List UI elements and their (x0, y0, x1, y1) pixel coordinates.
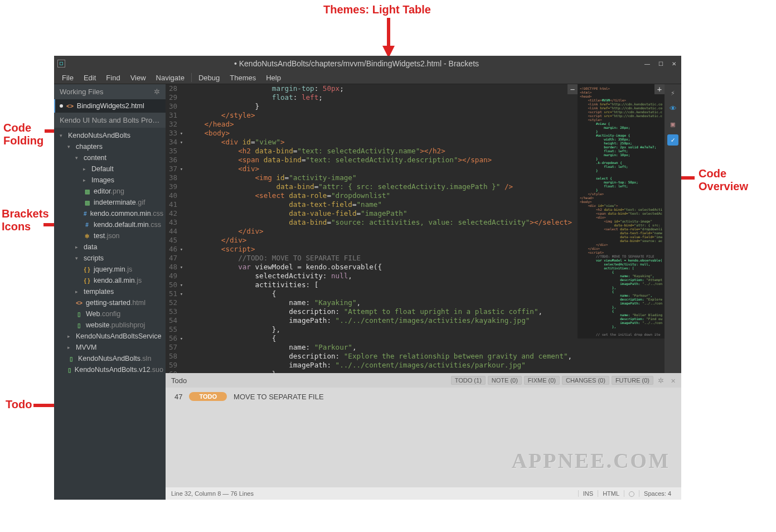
file-row[interactable]: ▨indeterminate.gif (56, 197, 166, 208)
file-row[interactable]: { }kendo.all.min.js (56, 275, 166, 286)
working-files-header[interactable]: Working Files (54, 84, 166, 99)
code-line[interactable]: data-bind="source: actitivities, value: … (187, 218, 578, 227)
menu-help[interactable]: Help (261, 72, 285, 83)
titlebar[interactable]: • KendoNutsAndBolts/chapters/mvvm/Bindin… (54, 56, 681, 71)
gutter-line[interactable]: 58 (169, 352, 183, 361)
code-line[interactable]: <img id="activity-image" (187, 173, 578, 182)
gutter[interactable]: 282930313233▾34▾353637▾38394041424344454… (166, 84, 184, 373)
file-row[interactable]: { }jquery.min.js (56, 264, 166, 275)
folder-row[interactable]: ▸Images (56, 175, 166, 186)
code-body[interactable]: margin-top: 50px; float: left; } </style… (184, 84, 578, 373)
folder-row[interactable]: ▸MVVM (56, 342, 166, 353)
file-row[interactable]: ▨editor.png (56, 186, 166, 197)
todo-filter[interactable]: TODO (1) (451, 376, 486, 385)
indent-mode[interactable]: Spaces: 4 (639, 490, 676, 497)
menu-navigate[interactable]: Navigate (152, 72, 189, 83)
file-row[interactable]: ▯website.publishproj (56, 320, 166, 331)
code-line[interactable]: selectedActivity: null, (187, 272, 578, 280)
project-header[interactable]: Kendo UI Nuts and Bolts Projects (54, 113, 166, 128)
gutter-line[interactable]: 44 (169, 227, 183, 236)
code-line[interactable]: float: left; (187, 93, 578, 102)
gutter-line[interactable]: 35 (169, 147, 183, 156)
code-line[interactable]: data-bind="attr: { src: selectedActivity… (187, 182, 578, 191)
folder-row[interactable]: ▾scripts (56, 253, 166, 264)
fold-marker-icon[interactable]: ▾ (178, 334, 183, 343)
gutter-line[interactable]: 48▾ (169, 263, 183, 272)
code-line[interactable]: <body> (187, 129, 578, 138)
todo-item[interactable]: 47 TODO MOVE TO SEPARATE FILE (166, 388, 681, 405)
lint-status-icon[interactable] (624, 490, 639, 497)
gutter-line[interactable]: 38 (169, 173, 183, 182)
folder-row[interactable]: ▸Default (56, 163, 166, 175)
menu-themes[interactable]: Themes (225, 72, 260, 83)
gutter-line[interactable]: 43 (169, 218, 183, 227)
gutter-line[interactable]: 34▾ (169, 138, 183, 147)
gear-icon[interactable] (154, 88, 160, 96)
code-line[interactable]: { (187, 334, 578, 343)
file-row[interactable]: ▯Web.config (56, 308, 166, 320)
code-line[interactable]: <div id="view"> (187, 138, 578, 147)
code-line[interactable]: </div> (187, 236, 578, 245)
check-icon[interactable]: ✓ (667, 134, 678, 146)
gutter-line[interactable]: 41 (169, 200, 183, 209)
code-line[interactable]: }, (187, 370, 578, 373)
gutter-line[interactable]: 54 (169, 316, 183, 325)
minimap-increase-button[interactable]: + (654, 84, 665, 94)
file-row[interactable]: ✲test.json (56, 230, 166, 241)
todo-filter[interactable]: FUTURE (0) (612, 376, 653, 385)
menu-view[interactable]: View (126, 72, 151, 83)
code-line[interactable]: { (187, 289, 578, 298)
file-row[interactable]: #kendo.default.min.css (56, 219, 166, 230)
gutter-line[interactable]: 55 (169, 325, 183, 334)
code-line[interactable]: </head> (187, 120, 578, 129)
file-row[interactable]: #kendo.common.min.css (56, 208, 166, 219)
code-line[interactable]: var viewModel = kendo.observable({ (187, 263, 578, 272)
todo-filter[interactable]: NOTE (0) (488, 376, 522, 385)
gutter-line[interactable]: 36 (169, 156, 183, 165)
code-line[interactable]: <script> (187, 245, 578, 254)
gutter-line[interactable]: 49 (169, 272, 183, 280)
cursor-position[interactable]: Line 32, Column 8 — 76 Lines (171, 490, 254, 497)
fold-marker-icon[interactable]: ▾ (178, 289, 183, 298)
gutter-line[interactable]: 50▾ (169, 280, 183, 289)
todo-filter[interactable]: FIXME (0) (524, 376, 560, 385)
code-line[interactable]: imagePath: "../../content/images/activit… (187, 316, 578, 325)
gutter-line[interactable]: 39 (169, 182, 183, 191)
language-mode[interactable]: HTML (598, 490, 624, 497)
code-line[interactable]: description: "Attempt to float upright i… (187, 307, 578, 316)
code-line[interactable]: name: "Parkour", (187, 343, 578, 352)
fold-marker-icon[interactable]: ▾ (178, 129, 183, 138)
code-line[interactable]: <select data-role="dropdownlist" (187, 191, 578, 200)
menu-file[interactable]: File (57, 72, 78, 83)
folder-row[interactable]: ▸KendoNutsAndBoltsService (56, 331, 166, 342)
gutter-line[interactable]: 32 (169, 120, 183, 129)
menu-edit[interactable]: Edit (79, 72, 100, 83)
code-line[interactable]: //TODO: MOVE TO SEPARATE FILE (187, 254, 578, 263)
file-row[interactable]: <>getting-started.html (56, 297, 166, 308)
folder-row[interactable]: ▾KendoNutsAndBolts (56, 130, 166, 141)
code-line[interactable]: margin-top: 50px; (187, 84, 578, 93)
minimize-button[interactable]: — (643, 60, 651, 67)
live-preview-icon[interactable]: ⚡ (667, 88, 678, 99)
insert-mode[interactable]: INS (578, 490, 598, 497)
fold-marker-icon[interactable]: ▾ (178, 245, 183, 254)
code-line[interactable]: data-value-field="imagePath" (187, 209, 578, 218)
todo-settings-icon[interactable] (658, 376, 664, 385)
gutter-line[interactable]: 51▾ (169, 289, 183, 298)
gutter-line[interactable]: 28 (169, 84, 183, 93)
code-overview-minimap[interactable]: + <!DOCTYPE html><html><head> <title>MVV… (578, 84, 665, 338)
code-line[interactable]: imagePath: "../../content/images/activit… (187, 361, 578, 370)
folder-row[interactable]: ▾content (56, 152, 166, 163)
fold-marker-icon[interactable]: ▾ (178, 263, 183, 272)
gutter-line[interactable]: 37▾ (169, 165, 183, 173)
maximize-button[interactable]: ☐ (657, 60, 665, 67)
code-line[interactable]: <div> (187, 165, 578, 173)
gutter-line[interactable]: 53 (169, 307, 183, 316)
gutter-line[interactable]: 33▾ (169, 129, 183, 138)
show-icon[interactable]: 👁 (667, 103, 678, 114)
gutter-line[interactable]: 40 (169, 191, 183, 200)
gutter-line[interactable]: 56▾ (169, 334, 183, 343)
code-line[interactable]: description: "Explore the relationship b… (187, 352, 578, 361)
gutter-line[interactable]: 59 (169, 361, 183, 370)
gutter-line[interactable]: 45 (169, 236, 183, 245)
